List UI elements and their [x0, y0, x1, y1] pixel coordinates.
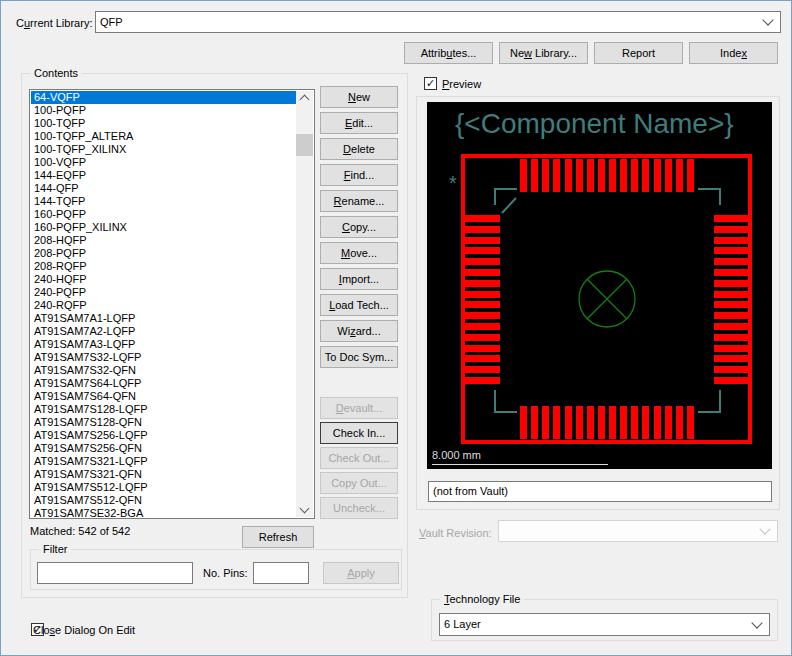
check-in-button[interactable]: Check In... [320, 422, 398, 444]
scale-bar-label: 8.000 mm [432, 449, 481, 461]
vault-revision-combobox [498, 520, 778, 542]
technology-file-group-label: Technology File [440, 593, 524, 606]
list-item[interactable]: AT91SAM7S64-LQFP [31, 377, 296, 390]
silk-corner-bottom-right [698, 390, 720, 412]
list-item[interactable]: 100-TQFP_XILINX [31, 143, 296, 156]
contents-group: Contents 64-VQFP100-PQFP100-TQFP100-TQFP… [21, 73, 408, 598]
delete-button[interactable]: Delete [320, 138, 398, 160]
list-item[interactable]: 240-RQFP [31, 299, 296, 312]
find-button[interactable]: Find... [320, 164, 398, 186]
list-item[interactable]: 208-HQFP [31, 234, 296, 247]
list-item[interactable]: 144-TQFP [31, 195, 296, 208]
action-button-column: NewEdit...DeleteFind...Rename...Copy...M… [320, 86, 398, 368]
list-item[interactable]: AT91SAM7A3-LQFP [31, 338, 296, 351]
list-item[interactable]: 240-PQFP [31, 286, 296, 299]
move-button[interactable]: Move... [320, 242, 398, 264]
copy-button[interactable]: Copy... [320, 216, 398, 238]
close-dialog-on-edit-label: Close Dialog On Edit [33, 624, 135, 636]
list-item[interactable]: AT91SAM7S321-QFN [31, 468, 296, 481]
list-item[interactable]: AT91SAM7S64-QFN [31, 390, 296, 403]
silk-corner-top-left [495, 189, 517, 205]
footprint-preview-canvas: {<Component Name>} * 8.000 mm [427, 102, 772, 469]
scale-bar-line [432, 464, 608, 465]
current-library-combobox[interactable]: QFP [95, 11, 781, 33]
filter-group-label: Filter [39, 543, 71, 556]
filter-group: Filter No. Pins: Apply [30, 549, 402, 590]
current-library-value: QFP [100, 16, 123, 28]
report-button[interactable]: Report [594, 42, 683, 64]
vault-status-field: (not from Vault) [428, 481, 772, 502]
list-item[interactable]: AT91SAM7SE32-BGA [31, 507, 296, 517]
list-item[interactable]: AT91SAM7S32-QFN [31, 364, 296, 377]
edit-button[interactable]: Edit... [320, 112, 398, 134]
list-item[interactable]: 64-VQFP [31, 91, 296, 104]
list-item[interactable]: 160-PQFP_XILINX [31, 221, 296, 234]
matched-count-label: Matched: 542 of 542 [30, 525, 130, 537]
preview-group: {<Component Name>} * 8.000 mm (not from … [416, 96, 780, 510]
current-library-label: Current Library: [16, 17, 92, 29]
chevron-down-icon [759, 523, 770, 534]
contents-listbox[interactable]: 64-VQFP100-PQFP100-TQFP100-TQFP_ALTERA10… [29, 89, 315, 519]
technology-file-combobox[interactable]: 6 Layer [439, 613, 770, 636]
wizard-button[interactable]: Wizard... [320, 320, 398, 342]
list-item[interactable]: 144-EQFP [31, 169, 296, 182]
new-button[interactable]: New [320, 86, 398, 108]
list-item[interactable]: 100-TQFP_ALTERA [31, 130, 296, 143]
list-item[interactable]: 160-PQFP [31, 208, 296, 221]
scrollbar-thumb[interactable] [296, 134, 313, 156]
scroll-down-button[interactable] [296, 502, 313, 517]
list-item[interactable]: AT91SAM7S512-LQFP [31, 481, 296, 494]
list-item[interactable]: AT91SAM7S512-QFN [31, 494, 296, 507]
pin1-diagonal-mark [502, 198, 516, 213]
list-item[interactable]: AT91SAM7S321-LQFP [31, 455, 296, 468]
check-out-button: Check Out... [320, 447, 398, 469]
chevron-down-icon [300, 504, 310, 514]
to-doc-sym-button[interactable]: To Doc Sym... [320, 346, 398, 368]
list-item[interactable]: AT91SAM7S32-LQFP [31, 351, 296, 364]
library-manager-dialog: Current Library: QFP Attributes...New Li… [0, 0, 792, 656]
uncheck-button: Uncheck... [320, 497, 398, 519]
list-item[interactable]: 144-QFP [31, 182, 296, 195]
silk-corner-top-right [698, 189, 720, 205]
preview-checkbox[interactable] [424, 77, 437, 90]
list-item[interactable]: AT91SAM7A1-LQFP [31, 312, 296, 325]
preview-checkbox-label: Preview [442, 78, 481, 90]
list-item[interactable]: AT91SAM7S256-LQFP [31, 429, 296, 442]
copy-out-button: Copy Out... [320, 472, 398, 494]
chevron-down-icon [751, 617, 762, 628]
silk-corner-bottom-left [495, 390, 517, 412]
attributes-button[interactable]: Attributes... [404, 42, 493, 64]
contents-group-label: Contents [30, 67, 82, 80]
list-item[interactable]: AT91SAM7S128-LQFP [31, 403, 296, 416]
chevron-up-icon [300, 95, 310, 105]
filter-name-input[interactable] [37, 562, 193, 584]
technology-file-value: 6 Layer [444, 618, 481, 630]
vertical-scrollbar[interactable] [296, 91, 313, 517]
list-item[interactable]: 240-HQFP [31, 273, 296, 286]
list-item[interactable]: 208-PQFP [31, 247, 296, 260]
no-pins-input[interactable] [253, 562, 309, 584]
list-item[interactable]: AT91SAM7S256-QFN [31, 442, 296, 455]
contents-list-rows: 64-VQFP100-PQFP100-TQFP100-TQFP_ALTERA10… [31, 91, 296, 517]
apply-button: Apply [323, 562, 399, 584]
refresh-button[interactable]: Refresh [242, 526, 314, 548]
list-item[interactable]: 100-PQFP [31, 104, 296, 117]
list-item[interactable]: 100-VQFP [31, 156, 296, 169]
list-item[interactable]: AT91SAM7A2-LQFP [31, 325, 296, 338]
new-library-button[interactable]: New Library... [499, 42, 588, 64]
scroll-up-button[interactable] [296, 91, 313, 106]
technology-file-group: Technology File 6 Layer [431, 599, 778, 641]
origin-marker-cross [587, 279, 627, 319]
no-pins-label: No. Pins: [203, 567, 248, 579]
list-item[interactable]: 100-TQFP [31, 117, 296, 130]
chevron-down-icon [762, 14, 773, 25]
list-item[interactable]: 208-RQFP [31, 260, 296, 273]
header-button-row: Attributes...New Library...ReportIndex [404, 42, 778, 64]
import-button[interactable]: Import... [320, 268, 398, 290]
index-button[interactable]: Index [689, 42, 778, 64]
vault-revision-label: Vault Revision: [419, 527, 492, 539]
load-tech-button[interactable]: Load Tech... [320, 294, 398, 316]
list-item[interactable]: AT91SAM7S128-QFN [31, 416, 296, 429]
silkscreen-overlay [427, 102, 772, 469]
rename-button[interactable]: Rename... [320, 190, 398, 212]
